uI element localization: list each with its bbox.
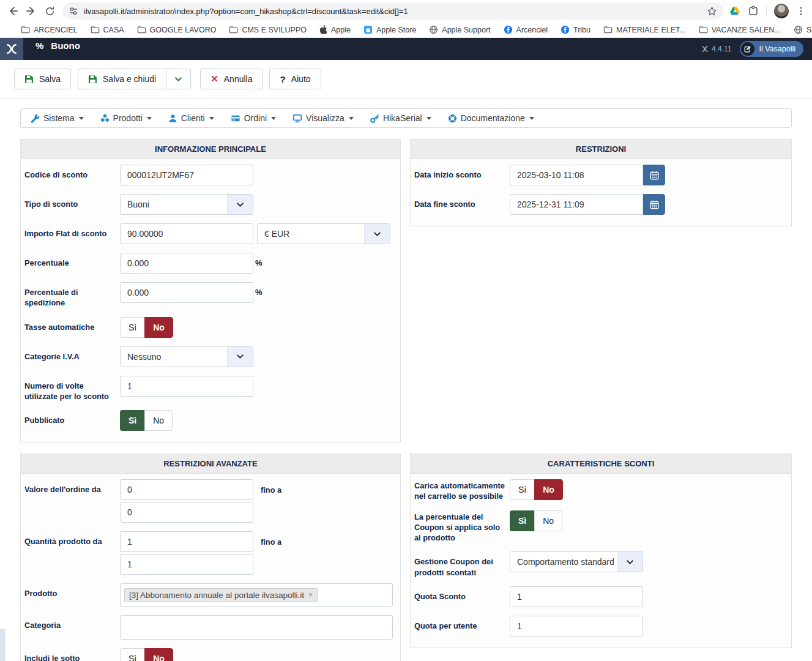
times-used-input[interactable] [120,376,253,397]
field-label: Numero di volte utilizzate per lo sconto [23,376,120,402]
folder-icon [603,25,613,34]
field-label: Carica automaticamente nel carrello se p… [413,479,510,502]
category-select-box[interactable] [120,615,393,640]
life-ring-icon [448,114,457,123]
save-dropdown-toggle[interactable] [166,69,191,89]
bookmark-skype[interactable]: Skype [794,25,812,34]
menu-visualizza[interactable]: Visualizza [292,113,354,123]
action-toolbar: Salva Salva e chiudi ✕ Annulla ? Aiuto [0,60,812,99]
browser-toolbar: ilvasapolli.it/administrator/index.php?o… [0,0,812,22]
bookmark-materiale-folder[interactable]: MATERIALE ELET... [603,25,686,34]
flat-amount-input[interactable] [120,223,253,244]
caret-down-icon [79,117,84,120]
vat-category-select[interactable]: Nessuno [120,346,253,367]
percent-suffix: % [255,282,263,297]
menu-sistema[interactable]: Sistema [31,113,84,123]
product-select-box[interactable]: [3] Abbonamento annuale al portale ilvas… [120,583,393,607]
menu-hikaserial[interactable]: HikaSerial [370,113,431,123]
toggle-no-option[interactable]: No [144,317,173,338]
browser-menu-dots-icon[interactable] [796,6,806,16]
site-settings-tune-icon[interactable] [69,6,78,16]
bookmark-arcenciel-folder[interactable]: ARCENCIEL [21,25,78,34]
panel-title: INFORMAZIONE PRINCIPALE [21,140,400,159]
joomla-logo-square[interactable] [0,38,23,60]
bookmark-apple-support[interactable]: Apple Support [429,25,490,34]
product-qty-from-input[interactable] [120,531,253,552]
shipping-percentage-input[interactable] [120,282,253,303]
percentage-input[interactable] [120,253,253,274]
toggle-yes-option[interactable]: Sì [510,479,534,500]
product-qty-to-input[interactable] [120,554,253,575]
menu-documentazione[interactable]: Documentazione [448,113,534,123]
forward-button[interactable] [22,2,40,20]
panel-informazione-principale: INFORMAZIONE PRINCIPALE Codice di sconto… [20,139,401,443]
quota-per-user-input[interactable] [510,616,643,637]
order-value-to-input[interactable] [120,502,253,523]
bookmark-apple-store[interactable]: Apple Store [363,25,416,34]
end-date-input[interactable] [510,194,643,215]
toggle-yes-option[interactable]: Sì [510,510,534,531]
field-label: Percentuale di spedizione [23,282,120,308]
folder-icon [91,25,100,34]
caret-down-icon [147,117,152,120]
start-date-calendar-button[interactable] [643,165,665,185]
currency-select[interactable]: € EUR [257,223,390,244]
toggle-yes-option[interactable]: Sì [120,410,144,431]
toggle-no-option[interactable]: No [144,648,173,661]
menu-ordini[interactable]: Ordini [231,113,276,123]
discount-code-input[interactable] [120,165,253,185]
bookmark-google-lavoro-folder[interactable]: GOOGLE LAVORO [137,25,217,34]
start-date-input[interactable] [510,165,643,185]
panel-title: RESTRIZIONI AVANZATE [21,454,400,474]
back-button[interactable] [4,2,22,20]
cancel-button[interactable]: ✕ Annulla [200,69,263,89]
field-label: Data fine sconto [413,194,510,215]
quota-input[interactable] [510,586,643,607]
user-menu-button[interactable]: Il Vasapolli [740,41,803,57]
field-label: Data inizio sconto [413,165,510,185]
extensions-icon[interactable] [748,6,759,17]
facebook-icon [504,25,513,34]
folder-icon [21,25,30,34]
save-close-button[interactable]: Salva e chiudi [78,69,166,89]
menu-clienti[interactable]: Clienti [168,113,214,123]
cubes-icon [100,114,110,123]
reload-button[interactable] [40,2,59,20]
globe-icon [794,25,803,34]
menu-prodotti[interactable]: Prodotti [100,113,152,123]
toggle-no-option[interactable]: No [534,479,563,500]
end-date-calendar-button[interactable] [643,194,665,215]
toggle-no-option[interactable]: No [534,510,562,531]
coupon-management-select[interactable]: Comportamento standard [510,551,643,572]
field-label: Tasse automatiche [23,317,120,338]
bookmarks-bar: ARCENCIEL CASA GOOGLE LAVORO CMS E SVILU… [0,22,812,38]
field-label: Quota Sconto [413,586,510,607]
monitor-icon [292,114,302,123]
google-drive-icon[interactable] [729,6,740,17]
address-bar[interactable]: ilvasapolli.it/administrator/index.php?o… [62,2,723,20]
order-value-from-input[interactable] [120,479,253,500]
panel-title: RESTRIZIONI [411,140,791,159]
bookmark-tribu-fb[interactable]: Tribu [561,25,590,34]
apple-logo-icon [319,25,327,34]
bookmark-apple[interactable]: Apple [319,25,351,34]
bookmark-arcenciel-fb[interactable]: Arcenciel [504,25,548,34]
field-label: Quota per utente [413,616,510,637]
bookmark-vacanze-folder[interactable]: VACANZE SALEN... [699,25,781,34]
toggle-yes-option[interactable]: Sì [120,317,144,338]
bookmark-star-icon[interactable] [707,6,717,17]
help-question-icon: ? [280,74,285,84]
toggle-yes-option[interactable]: Sì [120,648,144,661]
field-label: Codice di sconto [23,165,120,185]
bookmark-casa-folder[interactable]: CASA [91,25,124,34]
product-tag: [3] Abbonamento annuale al portale ilvas… [124,588,318,602]
include-subcategories-toggle: Sì No [120,648,173,661]
profile-avatar[interactable] [774,4,789,18]
save-button[interactable]: Salva [14,69,71,89]
toggle-no-option[interactable]: No [144,410,173,431]
remove-tag-icon[interactable]: × [308,591,313,599]
discount-type-select[interactable]: Buoni [120,194,253,215]
bookmark-cms-sviluppo-folder[interactable]: CMS E SVILUPPO [229,25,307,34]
url-text: ilvasapolli.it/administrator/index.php?o… [84,7,707,16]
help-button[interactable]: ? Aiuto [269,69,321,89]
